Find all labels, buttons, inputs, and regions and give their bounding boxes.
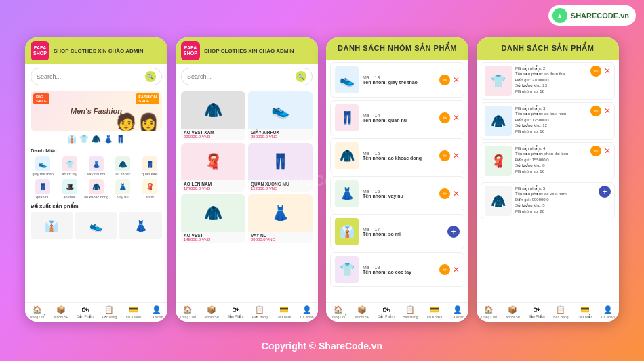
cat-quannu-label: quan nu [36, 195, 49, 200]
nav1-canhan[interactable]: 👤Cá Nhân [150, 305, 163, 319]
cat-vaynu-label: vay nu [117, 195, 128, 200]
rec-1[interactable]: 👔 [31, 212, 73, 239]
nav2-home[interactable]: 🏠Trang Chủ [180, 305, 196, 319]
rec-3[interactable]: 👗 [119, 212, 162, 239]
phone2-products-grid: 🧥 AO VEST XAM 900000.0 VND 👟 GIÀY AIRFOX… [176, 89, 318, 246]
phone1-search-bar[interactable]: 🔍 [31, 68, 162, 85]
nav4-home[interactable]: 🏠Trang Chủ [481, 305, 497, 319]
group-18-edit[interactable]: ✏ [439, 264, 450, 275]
nav3-canhan[interactable]: 👤Cá Nhân [451, 305, 464, 319]
nav2-canhan[interactable]: 👤Cá Nhân [300, 305, 314, 319]
nav4-taikhoan[interactable]: 💳Tài Khoản [577, 305, 592, 319]
category-grid-1: 👟 giay the thao 👕 ao co tay 👗 vay dai ho… [25, 155, 167, 178]
cat-khoac[interactable]: 🧥 ao khoac [110, 156, 135, 177]
product-detail-2[interactable]: 👕 Mã sản phẩm: 2 Tên sản phẩm: ao thun t… [481, 62, 615, 100]
product-detail-4[interactable]: 🧣 Mã sản phẩm: 4 Tên sản phẩm: chan dai … [481, 142, 615, 179]
phone2-search-bar[interactable]: 🔍 [181, 68, 313, 85]
product-vay[interactable]: 👗 VAY NU 99000.0 VND [248, 194, 313, 243]
product-5-add[interactable]: + [599, 186, 611, 198]
nav3-taikhoan[interactable]: 💳Tài Khoản [426, 305, 442, 319]
group-17[interactable]: 👔 Mã : 17 Tên nhóm: so mi + [330, 214, 464, 249]
group-13-edit[interactable]: ✏ [439, 75, 450, 85]
rec-2[interactable]: 👟 [75, 212, 118, 239]
cat-quan[interactable]: 👖 quan kaki [138, 156, 162, 177]
cat-aomuc[interactable]: 🎩 ao muc [57, 179, 81, 200]
product-len-price: 177000.0 VND [184, 186, 243, 190]
cat-giay[interactable]: 👟 giay the thao [31, 156, 55, 177]
phone1: PAPASHOP SHOP CLOTHES XIN CHÀO ADMIN 🔍 B… [25, 37, 167, 322]
nav4-sanpham[interactable]: 🛍Sản Phẩm [529, 305, 545, 319]
cat-ao-cotay[interactable]: 👕 ao co tay [57, 156, 81, 177]
product-2-edit[interactable]: ✏ [590, 66, 601, 77]
product-3-edit[interactable]: ✏ [590, 106, 601, 116]
group-15-edit[interactable]: ✏ [439, 150, 450, 161]
nav2-sanpham[interactable]: 🛍Sản Phẩm [228, 305, 244, 319]
nav1-home[interactable]: 🏠Trang Chủ [29, 305, 45, 319]
group-14[interactable]: 👖 Mã : 14 Tên nhóm: quan nu ✏ ✕ [330, 100, 464, 135]
detail-5-line5: Mã nhóm sp: 20 [515, 209, 595, 214]
product-detail-5[interactable]: 🧥 Mã sản phẩm: 5 Tên sản phẩm: ao vest n… [481, 182, 615, 219]
product-airfox[interactable]: 👟 GIÀY AIRFOX 250000.0 VND [248, 91, 313, 140]
cat-aoni[interactable]: 🧣 ao ni [138, 179, 162, 200]
logo-text: SHARECODE.vn [571, 12, 629, 20]
cat-vaynu[interactable]: 👗 vay nu [110, 179, 135, 200]
group-16-delete[interactable]: ✕ [453, 189, 460, 198]
product-4-delete[interactable]: ✕ [604, 146, 611, 156]
group-15-delete[interactable]: ✕ [453, 151, 460, 161]
phone1-search-button[interactable]: 🔍 [145, 71, 156, 82]
detail-4-line4: Số lượng kho: 8 [515, 163, 587, 168]
nav2-taikhoan[interactable]: 💳Tài Khoản [276, 305, 291, 319]
nav4-banhang[interactable]: 📋Bán Hàng [553, 305, 568, 319]
product-4-edit[interactable]: ✏ [590, 146, 601, 156]
product-xuong-img: 👖 [248, 143, 313, 180]
nav1-donhang[interactable]: 📋Đơn hàng [102, 305, 117, 319]
cat-khoaqdong[interactable]: 🧥 ao khoac dong [84, 179, 108, 200]
group-14-delete[interactable]: ✕ [453, 113, 460, 123]
group-16[interactable]: 👗 Mã : 16 Tên nhóm: vay nu ✏ ✕ [330, 176, 464, 211]
product-2-delete[interactable]: ✕ [604, 66, 611, 76]
group-13[interactable]: 👟 Mã : 13 Tên nhóm: giay the thao ✏ ✕ [330, 62, 464, 98]
group-14-img: 👖 [335, 104, 359, 131]
nav3-home[interactable]: 🏠Trang Chủ [330, 305, 346, 319]
nav4-nhomsp[interactable]: 📦Nhóm SP [506, 305, 520, 319]
detail-2-line4: Số lượng kho: 23 [515, 83, 587, 88]
cat-ao-label: ao co tay [62, 172, 77, 177]
product-3-delete[interactable]: ✕ [604, 106, 611, 116]
nav1-nhomsp[interactable]: 📦Nhóm SP [54, 305, 68, 319]
group-18[interactable]: 👕 Mã : 18 Tên nhóm: ao coc tay ✏ ✕ [330, 252, 464, 287]
cat-vay-label: vay dai hoi [87, 172, 105, 177]
group-15-code: Mã : 15 [363, 151, 435, 156]
group-16-edit[interactable]: ✏ [439, 188, 450, 199]
nav2-donhang[interactable]: 📋Đơn Hàng [252, 305, 268, 319]
product-detail-3[interactable]: 🧥 Mã sản phẩm: 3 Tên sản phẩm: ao kaki n… [481, 102, 615, 140]
phone2-search-input[interactable] [187, 73, 292, 80]
product-vest-xam[interactable]: 🧥 AO VEST XAM 900000.0 VND [181, 91, 245, 140]
nav3-sanpham[interactable]: 🛍Sản Phẩm [378, 305, 395, 319]
nav1-taikhoan[interactable]: 💳Tài Khoản [125, 305, 141, 319]
nav3-nhomsp[interactable]: 📦Nhóm SP [355, 305, 369, 319]
group-17-add[interactable]: + [447, 226, 460, 238]
nav1-sanpham[interactable]: 🛍Sản Phẩm [77, 305, 94, 319]
nav2-nhomsp[interactable]: 📦Nhóm SP [205, 305, 219, 319]
cat-vay[interactable]: 👗 vay dai hoi [84, 156, 108, 177]
group-13-img: 👟 [335, 66, 359, 93]
phone1-banner: BIGSALE Men's Fashion FASHIONSALE 🧑 👩 [31, 91, 162, 131]
nav3-banhang[interactable]: 📋Bán Hàng [403, 305, 418, 319]
sharecode-logo: ▲ SHARECODE.vn [548, 5, 636, 26]
group-14-edit[interactable]: ✏ [439, 112, 450, 123]
cat-vay-icon: 👗 [89, 156, 104, 171]
cat-quannu[interactable]: 👖 quan nu [31, 179, 55, 200]
phone1-search-input[interactable] [37, 73, 142, 80]
group-13-delete[interactable]: ✕ [453, 75, 460, 85]
nav4-canhan[interactable]: 👤Cá Nhân [601, 305, 615, 319]
phone2-search-button[interactable]: 🔍 [296, 71, 306, 82]
group-15[interactable]: 🧥 Mã : 15 Tên nhóm: ao khoac dong ✏ ✕ [330, 138, 464, 173]
detail-2-line2: Tên sản phẩm: ao thun thai [515, 71, 587, 77]
recommend-title: Đề xuất sản phẩm [25, 200, 167, 211]
group-18-delete[interactable]: ✕ [453, 265, 460, 274]
product-len-img: 🧣 [181, 143, 245, 180]
product-vest2[interactable]: 🧥 AO VEST 145000.0 VND [181, 194, 245, 243]
product-xuong-mu[interactable]: 👖 QUAN XUONG MU 122000.0 VND [248, 143, 313, 192]
group-18-code: Mã : 18 [363, 265, 435, 270]
product-len-nam[interactable]: 🧣 AO LEN NAM 177000.0 VND [181, 143, 245, 192]
